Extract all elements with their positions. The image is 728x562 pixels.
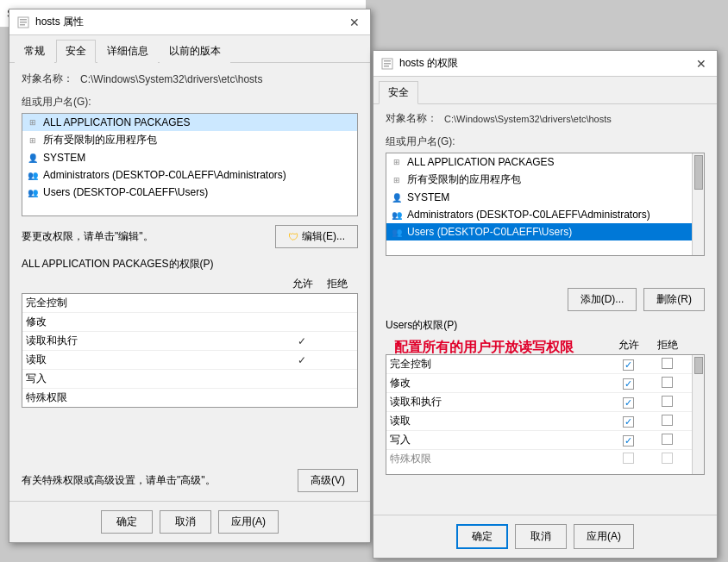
perm-col-allow: 允许 — [286, 277, 320, 291]
d2-perm-row-3: 读取 — [386, 412, 692, 431]
scrollbar[interactable] — [692, 153, 704, 255]
d2-perm-deny-2[interactable] — [645, 396, 688, 409]
list-item-restricted[interactable]: ⊞ 所有受限制的应用程序包 — [22, 131, 357, 149]
dialog1-perm-section: ALL APPLICATION PACKAGES的权限(P) 允许 拒绝 完全控… — [22, 257, 358, 460]
add-button[interactable]: 添加(D)... — [568, 288, 637, 311]
cb-deny-2[interactable] — [662, 396, 673, 407]
edit-button[interactable]: 🛡 编辑(E)... — [275, 225, 358, 248]
dialog1-apply-button[interactable]: 应用(A) — [218, 510, 279, 534]
dialog2-cancel-button[interactable]: 取消 — [515, 524, 567, 549]
perm-col-headers: 允许 拒绝 — [22, 275, 358, 293]
d2-perm-name-1: 修改 — [390, 376, 611, 390]
d2-perm-allow-2[interactable] — [611, 397, 645, 409]
d2-perm-deny-0[interactable] — [645, 358, 688, 372]
list-item-system[interactable]: 👤 SYSTEM — [22, 149, 357, 166]
dialog1-close-button[interactable]: ✕ — [346, 14, 363, 31]
d2-perm-allow-3[interactable] — [611, 415, 645, 428]
dialog1-cancel-button[interactable]: 取消 — [160, 510, 211, 534]
dialog2-object-label: 对象名称： — [386, 111, 437, 126]
dialog2-list-item-1[interactable]: ⊞ 所有受限制的应用程序包 — [386, 171, 692, 189]
user-label-4: Users (DESKTOP-C0LAEFF\Users) — [43, 186, 208, 198]
d2-perm-allow-5[interactable] — [611, 453, 645, 466]
perm-allow-3: ✓ — [285, 354, 319, 366]
perm-row-0: 完全控制 — [22, 294, 357, 313]
check-3-allow: ✓ — [298, 354, 306, 366]
d2-perm-deny-1[interactable] — [645, 377, 688, 390]
svg-rect-5 — [384, 60, 391, 62]
d2-perm-name-2: 读取和执行 — [390, 395, 611, 409]
d2-perm-allow-4[interactable] — [611, 434, 645, 446]
d2-perm-name-5: 特殊权限 — [390, 452, 611, 466]
hosts-properties-dialog: hosts 属性 ✕ 常规 安全 详细信息 以前的版本 对象名称： C:\Win… — [9, 9, 371, 543]
perm-name-0: 完全控制 — [26, 296, 285, 310]
advanced-row: 有关特殊权限或高级设置，请单击"高级"。 高级(V) — [22, 469, 358, 492]
d2-perm-row-2: 读取和执行 — [386, 393, 692, 412]
dialog2-perm-scrollbar-thumb — [694, 357, 703, 374]
advanced-button[interactable]: 高级(V) — [298, 469, 358, 492]
tab-security[interactable]: 安全 — [56, 40, 96, 63]
list-item-administrators[interactable]: 👥 Administrators (DESKTOP-C0LAEFF\Admini… — [22, 166, 357, 184]
svg-rect-1 — [20, 19, 27, 21]
perm-name-5: 特殊权限 — [26, 390, 285, 405]
object-name-row: 对象名称： C:\Windows\System32\drivers\etc\ho… — [22, 72, 358, 86]
d2-perm-deny-4[interactable] — [645, 434, 688, 447]
dialog2-object-row: 对象名称： C:\Windows\System32\drivers\etc\ho… — [386, 111, 705, 126]
dialog2-list-item-4[interactable]: 👥 Users (DESKTOP-C0LAEFF\Users) — [386, 223, 692, 240]
d2-user-label-2: SYSTEM — [407, 191, 449, 203]
dialog2-list-item-0[interactable]: ⊞ ALL APPLICATION PACKAGES — [386, 153, 692, 171]
cb-allow-3[interactable] — [623, 416, 634, 428]
perm-name-2: 读取和执行 — [26, 334, 285, 348]
dialog1-btn-row: 确定 取消 应用(A) — [9, 501, 370, 542]
cb-deny-0[interactable] — [662, 358, 673, 369]
dialog2-list-item-3[interactable]: 👥 Administrators (DESKTOP-C0LAEFF\Admini… — [386, 206, 692, 223]
dialog2-list-item-2[interactable]: 👤 SYSTEM — [386, 189, 692, 206]
d2-perm-row-1: 修改 — [386, 374, 692, 393]
tab-previous[interactable]: 以前的版本 — [160, 40, 230, 63]
change-perm-text: 要更改权限，请单击"编辑"。 — [22, 229, 154, 244]
tab-general[interactable]: 常规 — [15, 40, 54, 63]
cb-allow-1[interactable] — [623, 378, 634, 390]
d2-perm-deny-3[interactable] — [645, 415, 688, 428]
dialog2-add-remove-row: 添加(D)... 删除(R) — [386, 288, 705, 311]
d2-perm-deny-5[interactable] — [645, 453, 688, 466]
hosts-file-icon-2 — [380, 57, 394, 71]
dialog1-title-left: hosts 属性 — [16, 15, 84, 29]
tab-details[interactable]: 详细信息 — [97, 40, 158, 63]
dialog2-close-button[interactable]: ✕ — [693, 55, 710, 72]
dialog2-perm-header: Users的权限(P) — [386, 318, 705, 333]
svg-rect-3 — [20, 24, 25, 26]
user-icon-users: 👥 — [26, 185, 40, 199]
cb-allow-0[interactable] — [623, 359, 634, 371]
cb-deny-1[interactable] — [662, 377, 673, 388]
list-item-all-app-pkg[interactable]: ⊞ ALL APPLICATION PACKAGES — [22, 114, 357, 131]
cb-allow-2[interactable] — [623, 397, 634, 409]
dialog2-ok-button[interactable]: 确定 — [456, 524, 508, 549]
cb-allow-5[interactable] — [623, 453, 634, 464]
d2-perm-row-5: 特殊权限 — [386, 450, 692, 468]
d2-perm-name-4: 写入 — [390, 433, 611, 447]
annotation-text: 配置所有的用户开放读写权限 — [394, 339, 713, 357]
package-icon-2: ⊞ — [26, 134, 40, 147]
svg-rect-7 — [384, 66, 389, 67]
cb-deny-5[interactable] — [662, 453, 673, 464]
cb-allow-4[interactable] — [623, 435, 634, 446]
dialog2-titlebar: hosts 的权限 ✕ — [373, 51, 717, 77]
dialog2-tab-security[interactable]: 安全 — [379, 81, 418, 104]
d2-perm-allow-0[interactable] — [611, 359, 645, 371]
dialog2-content: 对象名称： C:\Windows\System32\drivers\etc\ho… — [373, 104, 717, 515]
dialog1-tabs: 常规 安全 详细信息 以前的版本 — [9, 35, 370, 63]
remove-button[interactable]: 删除(R) — [643, 288, 705, 311]
d2-user-icon-2: 👤 — [390, 190, 404, 204]
d2-perm-allow-1[interactable] — [611, 378, 645, 390]
perm-row-3: 读取 ✓ — [22, 351, 357, 370]
perm-row-5: 特殊权限 — [22, 389, 357, 407]
d2-perm-of: 的权限(P) — [412, 319, 457, 331]
list-item-users[interactable]: 👥 Users (DESKTOP-C0LAEFF\Users) — [22, 184, 357, 201]
cb-deny-4[interactable] — [662, 434, 673, 445]
dialog2-perm-scrollbar[interactable] — [692, 355, 704, 474]
perm-row-2: 读取和执行 ✓ — [22, 332, 357, 351]
scrollbar-thumb — [694, 155, 703, 190]
cb-deny-3[interactable] — [662, 415, 673, 426]
dialog1-ok-button[interactable]: 确定 — [101, 510, 153, 534]
dialog2-apply-button[interactable]: 应用(A) — [574, 524, 634, 549]
